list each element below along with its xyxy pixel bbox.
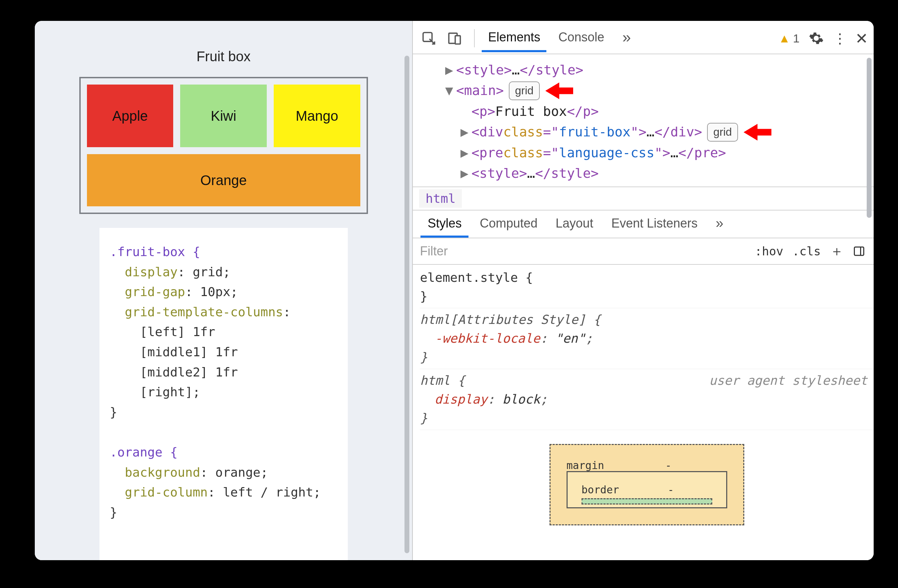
caret-right-icon[interactable]: ▶ [457,143,471,163]
app-window: Fruit box Apple Kiwi Mango Orange .fruit… [35,21,873,560]
fruit-mango: Mango [274,85,360,147]
breadcrumb-item[interactable]: html [419,189,462,208]
rule-html-attributes[interactable]: html[Attributes Style] { -webkit-locale:… [420,308,873,369]
tree-node-pre[interactable]: ▶ <pre class="language-css">…</pre> [457,143,871,163]
subtab-more-icon[interactable]: » [707,211,732,237]
annotation-arrow-icon [744,122,771,143]
tabbar-divider [474,29,475,47]
warning-count: 1 [793,32,800,45]
grid-badge[interactable]: grid [707,123,738,142]
tab-console[interactable]: Console [549,25,613,51]
svg-rect-2 [455,36,460,44]
subtab-styles[interactable]: Styles [418,211,471,237]
css-code-block: .fruit-box { display: grid; grid-gap: 10… [100,228,348,560]
warning-icon: ▲ [778,32,790,45]
kebab-icon[interactable]: ⋮ [833,30,846,46]
gear-icon[interactable] [809,31,824,46]
styles-subtabs: Styles Computed Layout Event Listeners » [413,211,873,238]
tree-node-div-fruitbox[interactable]: ▶ <div class="fruit-box">…</div> grid [457,122,871,143]
fruit-kiwi: Kiwi [180,85,267,147]
subtab-event-listeners[interactable]: Event Listeners [602,211,707,237]
elements-breadcrumb[interactable]: html [413,187,873,211]
grid-badge[interactable]: grid [509,82,540,100]
caret-right-icon[interactable]: ▶ [457,122,471,142]
tab-elements[interactable]: Elements [479,25,549,51]
rule-html-user-agent[interactable]: user agent stylesheet html { display: bl… [420,369,873,430]
subtab-computed[interactable]: Computed [471,211,546,237]
rule-element-style[interactable]: element.style { } [420,266,873,308]
page-title: Fruit box [197,49,251,65]
svg-rect-3 [855,247,864,256]
box-model-dash: - [668,482,674,497]
fruit-orange: Orange [87,154,360,206]
caret-right-icon[interactable]: ▶ [457,163,471,184]
tree-node-p[interactable]: <p>Fruit box</p> [457,101,871,122]
hov-toggle[interactable]: :hov [755,244,783,258]
page-scrollbar[interactable] [404,56,409,553]
cls-toggle[interactable]: .cls [792,244,821,258]
box-model-diagram[interactable]: margin - border - [549,444,744,525]
devtools-scrollbar[interactable] [867,58,872,218]
toggle-sidebar-icon[interactable] [853,245,865,257]
tab-more-icon[interactable]: » [614,24,640,53]
box-model-padding [581,498,712,505]
tree-node-style[interactable]: ▶ <style>…</style> [442,60,871,80]
device-toggle-icon[interactable] [444,28,465,49]
elements-tree[interactable]: ▶ <style>…</style> ▼ <main> grid <p>Frui… [413,54,873,187]
box-model-margin-label: margin [567,457,604,473]
caret-down-icon[interactable]: ▼ [442,80,456,101]
fruit-apple: Apple [87,85,174,147]
annotation-arrow-icon [545,80,573,101]
devtools-tabbar: Elements Console » ▲ 1 ⋮ ✕ [413,21,873,54]
devtools-panel: Elements Console » ▲ 1 ⋮ ✕ ▶ <style>…</s… [412,21,873,560]
styles-filter-tools: :hov .cls ＋ [746,242,873,260]
styles-panel[interactable]: element.style { } html[Attributes Style]… [413,265,873,560]
user-agent-label: user agent stylesheet [709,371,867,390]
tree-node-main[interactable]: ▼ <main> grid [442,80,871,101]
styles-filter-input[interactable] [413,238,746,264]
close-icon[interactable]: ✕ [855,29,868,47]
box-model-dash: - [665,457,672,473]
caret-right-icon[interactable]: ▶ [442,60,456,80]
styles-filter-row: :hov .cls ＋ [413,238,873,265]
warning-badge[interactable]: ▲ 1 [778,32,800,45]
tabbar-right-cluster: ▲ 1 ⋮ ✕ [778,29,868,47]
rendered-page-panel: Fruit box Apple Kiwi Mango Orange .fruit… [35,21,412,560]
box-model-border-label: border [581,482,619,497]
subtab-layout[interactable]: Layout [547,211,602,237]
add-rule-icon[interactable]: ＋ [830,242,844,260]
tree-node-style[interactable]: ▶ <style>…</style> [457,163,871,184]
inspect-icon[interactable] [418,28,439,49]
fruit-box-grid: Apple Kiwi Mango Orange [79,77,368,214]
